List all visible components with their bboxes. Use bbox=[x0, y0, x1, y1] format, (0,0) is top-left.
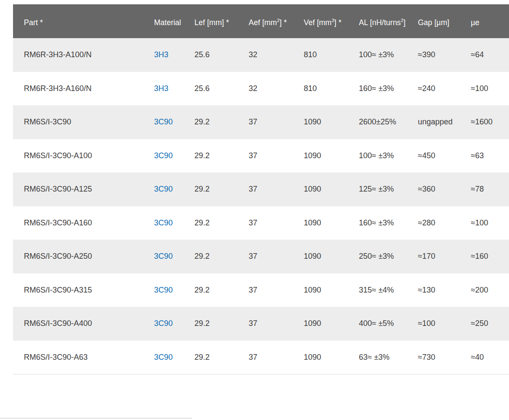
ue-cell: ≈63 bbox=[471, 139, 509, 173]
col-header-aef: Aef [mm2] * bbox=[249, 4, 304, 38]
ue-cell: ≈40 bbox=[471, 341, 509, 374]
lef-cell: 29.2 bbox=[194, 105, 249, 139]
gap-cell: ≈730 bbox=[418, 341, 471, 374]
lef-cell: 29.2 bbox=[194, 206, 249, 240]
lef-cell: 29.2 bbox=[194, 139, 249, 173]
aef-cell: 37 bbox=[249, 206, 304, 240]
material-cell: 3H3 bbox=[154, 38, 194, 72]
material-link[interactable]: 3C90 bbox=[154, 319, 173, 328]
ue-cell: ≈100 bbox=[471, 72, 509, 106]
gap-cell: ≈280 bbox=[418, 206, 471, 240]
gap-cell: ≈360 bbox=[418, 173, 471, 206]
part-cell: RM6S/I-3C90-A63 bbox=[13, 341, 154, 374]
al-cell: 100≈ ±3% bbox=[359, 38, 418, 72]
lef-cell: 29.2 bbox=[194, 273, 249, 307]
aef-cell: 37 bbox=[249, 273, 304, 307]
aef-cell: 37 bbox=[249, 105, 304, 139]
material-link[interactable]: 3C90 bbox=[154, 185, 173, 193]
ue-cell: ≈100 bbox=[471, 206, 509, 240]
al-cell: 250≈ ±3% bbox=[359, 240, 418, 273]
material-link[interactable]: 3C90 bbox=[154, 353, 173, 361]
table-row: RM6R-3H3-A160/N 3H3 25.6 32 810 160≈ ±3%… bbox=[13, 72, 509, 106]
part-cell: RM6S/I-3C90-A125 bbox=[13, 173, 154, 206]
vef-cell: 1090 bbox=[304, 307, 359, 341]
ue-cell: ≈1600 bbox=[471, 105, 509, 139]
material-link[interactable]: 3C90 bbox=[154, 151, 173, 160]
col-header-lef: Lef [mm] * bbox=[194, 4, 249, 38]
vef-cell: 1090 bbox=[304, 105, 359, 139]
vef-cell: 810 bbox=[304, 72, 359, 106]
table-row: RM6S/I-3C90-A125 3C90 29.2 37 1090 125≈ … bbox=[13, 173, 509, 206]
table-row: RM6S/I-3C90-A315 3C90 29.2 37 1090 315≈ … bbox=[13, 273, 509, 307]
material-link[interactable]: 3H3 bbox=[154, 84, 168, 93]
material-link[interactable]: 3C90 bbox=[154, 286, 173, 294]
material-cell: 3C90 bbox=[154, 240, 194, 273]
ue-cell: ≈64 bbox=[471, 38, 509, 72]
al-cell: 125≈ ±3% bbox=[359, 173, 418, 206]
col-header-material: Material bbox=[154, 4, 194, 38]
ue-cell: ≈160 bbox=[471, 240, 509, 273]
aef-cell: 37 bbox=[249, 173, 304, 206]
table-row: RM6S/I-3C90-A160 3C90 29.2 37 1090 160≈ … bbox=[13, 206, 509, 240]
gap-cell: ≈390 bbox=[418, 38, 471, 72]
table-row: RM6R-3H3-A100/N 3H3 25.6 32 810 100≈ ±3%… bbox=[13, 38, 509, 72]
gap-cell: ≈240 bbox=[418, 72, 471, 106]
material-link[interactable]: 3C90 bbox=[154, 252, 173, 260]
material-link[interactable]: 3C90 bbox=[154, 218, 173, 227]
table-header-row: Part * Material Lef [mm] * Aef [mm2] * V… bbox=[13, 4, 509, 38]
vef-cell: 1090 bbox=[304, 341, 359, 374]
aef-cell: 37 bbox=[249, 139, 304, 173]
al-cell: 100≈ ±3% bbox=[359, 139, 418, 173]
al-cell: 2600±25% bbox=[359, 105, 418, 139]
lef-cell: 29.2 bbox=[194, 341, 249, 374]
ue-cell: ≈250 bbox=[471, 307, 509, 341]
part-cell: RM6R-3H3-A100/N bbox=[13, 38, 154, 72]
part-cell: RM6S/I-3C90-A400 bbox=[13, 307, 154, 341]
col-header-gap: Gap [µm] bbox=[418, 4, 471, 38]
vef-cell: 1090 bbox=[304, 173, 359, 206]
table-row: RM6S/I-3C90-A400 3C90 29.2 37 1090 400≈ … bbox=[13, 307, 509, 341]
table-row: RM6S/I-3C90-A63 3C90 29.2 37 1090 63≈ ±3… bbox=[13, 341, 509, 374]
vef-cell: 1090 bbox=[304, 240, 359, 273]
vef-cell: 810 bbox=[304, 38, 359, 72]
al-cell: 315≈ ±4% bbox=[359, 273, 418, 307]
al-cell: 400≈ ±5% bbox=[359, 307, 418, 341]
aef-cell: 37 bbox=[249, 240, 304, 273]
col-header-part: Part * bbox=[13, 4, 154, 38]
lef-cell: 25.6 bbox=[194, 38, 249, 72]
material-link[interactable]: 3H3 bbox=[154, 50, 168, 59]
aef-cell: 37 bbox=[249, 307, 304, 341]
lef-cell: 29.2 bbox=[194, 173, 249, 206]
part-cell: RM6S/I-3C90-A100 bbox=[13, 139, 154, 173]
next-section-divider bbox=[0, 418, 192, 419]
table-row: RM6S/I-3C90-A250 3C90 29.2 37 1090 250≈ … bbox=[13, 240, 509, 273]
part-cell: RM6S/I-3C90-A250 bbox=[13, 240, 154, 273]
material-cell: 3C90 bbox=[154, 173, 194, 206]
table-row: RM6S/I-3C90 3C90 29.2 37 1090 2600±25% u… bbox=[13, 105, 509, 139]
gap-cell: ≈100 bbox=[418, 307, 471, 341]
vef-cell: 1090 bbox=[304, 139, 359, 173]
part-cell: RM6S/I-3C90-A315 bbox=[13, 273, 154, 307]
lef-cell: 29.2 bbox=[194, 307, 249, 341]
core-spec-table: Part * Material Lef [mm] * Aef [mm2] * V… bbox=[13, 4, 509, 374]
aef-cell: 32 bbox=[249, 72, 304, 106]
lef-cell: 25.6 bbox=[194, 72, 249, 106]
material-cell: 3H3 bbox=[154, 72, 194, 106]
part-cell: RM6R-3H3-A160/N bbox=[13, 72, 154, 106]
vef-cell: 1090 bbox=[304, 273, 359, 307]
part-cell: RM6S/I-3C90 bbox=[13, 105, 154, 139]
spec-table-container: Part * Material Lef [mm] * Aef [mm2] * V… bbox=[13, 4, 509, 374]
material-link[interactable]: 3C90 bbox=[154, 117, 173, 126]
material-cell: 3C90 bbox=[154, 273, 194, 307]
lef-cell: 29.2 bbox=[194, 240, 249, 273]
aef-cell: 32 bbox=[249, 38, 304, 72]
col-header-ue: µe bbox=[471, 4, 509, 38]
part-cell: RM6S/I-3C90-A160 bbox=[13, 206, 154, 240]
col-header-vef: Vef [mm3] * bbox=[304, 4, 359, 38]
material-cell: 3C90 bbox=[154, 307, 194, 341]
table-row: RM6S/I-3C90-A100 3C90 29.2 37 1090 100≈ … bbox=[13, 139, 509, 173]
gap-cell: ≈170 bbox=[418, 240, 471, 273]
ue-cell: ≈200 bbox=[471, 273, 509, 307]
al-cell: 160≈ ±3% bbox=[359, 206, 418, 240]
col-header-al: AL [nH/turns2] bbox=[359, 4, 418, 38]
